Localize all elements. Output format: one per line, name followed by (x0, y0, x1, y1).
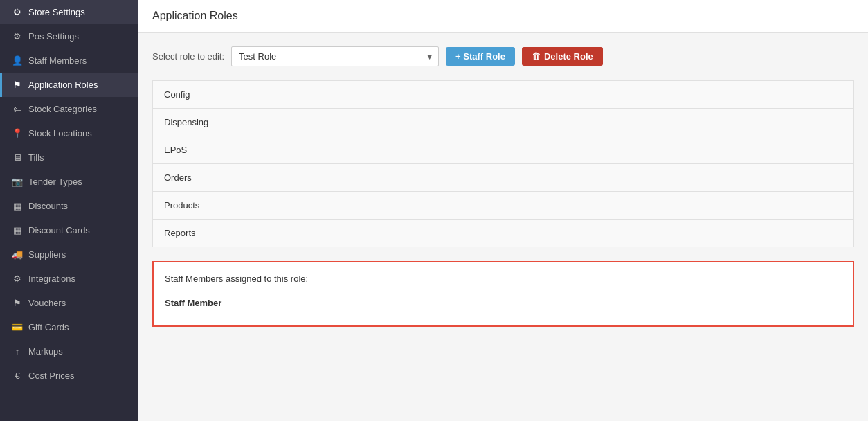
sidebar-item-vouchers[interactable]: ⚑Vouchers (0, 291, 138, 315)
section-dispensing[interactable]: Dispensing (153, 109, 853, 136)
sidebar-item-markups[interactable]: ↑Markups (0, 339, 138, 364)
sidebar: ⚙Store Settings⚙Pos Settings👤Staff Membe… (0, 0, 138, 421)
staff-members-box: Staff Members assigned to this role: Sta… (152, 261, 854, 327)
sidebar-label-discounts: Discounts (28, 201, 68, 211)
sidebar-item-stock-locations[interactable]: 📍Stock Locations (0, 121, 138, 145)
markups-icon: ↑ (12, 346, 23, 357)
section-epos[interactable]: EPoS (153, 136, 853, 164)
sidebar-item-staff-members[interactable]: 👤Staff Members (0, 48, 138, 73)
sidebar-label-pos-settings: Pos Settings (28, 31, 79, 42)
role-select[interactable]: Test RoleAdminManagerStaff (231, 46, 439, 66)
sidebar-label-discount-cards: Discount Cards (28, 225, 90, 235)
delete-role-button[interactable]: 🗑 Delete Role (522, 47, 603, 66)
role-selector-row: Select role to edit: Test RoleAdminManag… (152, 46, 854, 66)
section-orders[interactable]: Orders (153, 164, 853, 192)
sidebar-label-stock-categories: Stock Categories (28, 104, 97, 114)
discounts-icon: ▦ (12, 201, 23, 211)
role-selector-label: Select role to edit: (152, 51, 224, 62)
sidebar-item-store-settings[interactable]: ⚙Store Settings (0, 0, 138, 24)
cost-prices-icon: € (12, 370, 23, 381)
pos-settings-icon: ⚙ (12, 31, 23, 42)
staff-members-icon: 👤 (12, 55, 23, 66)
sidebar-item-suppliers[interactable]: 🚚Suppliers (0, 242, 138, 267)
page-title: Application Roles (152, 10, 854, 22)
sidebar-label-integrations: Integrations (28, 274, 75, 284)
staff-column-header: Staff Member (165, 292, 842, 314)
stock-locations-icon: 📍 (12, 128, 23, 138)
section-config[interactable]: Config (153, 81, 853, 109)
sections-wrapper: ConfigDispensingEPoSOrdersProductsReport… (152, 80, 854, 247)
staff-table: Staff Member (165, 292, 842, 314)
page-header: Application Roles (138, 0, 868, 33)
sidebar-item-pos-settings[interactable]: ⚙Pos Settings (0, 24, 138, 48)
store-settings-icon: ⚙ (12, 7, 23, 17)
delete-role-label: Delete Role (544, 51, 593, 62)
tender-types-icon: 📷 (12, 177, 23, 187)
main-content: Application Roles Select role to edit: T… (138, 0, 868, 421)
sidebar-item-tender-types[interactable]: 📷Tender Types (0, 170, 138, 194)
sidebar-label-tender-types: Tender Types (28, 177, 82, 187)
discount-cards-icon: ▦ (12, 225, 23, 235)
sidebar-label-cost-prices: Cost Prices (28, 370, 74, 381)
staff-assigned-heading: Staff Members assigned to this role: (165, 274, 842, 284)
tills-icon: 🖥 (12, 152, 23, 163)
sidebar-label-markups: Markups (28, 346, 63, 357)
sidebar-label-stock-locations: Stock Locations (28, 128, 92, 138)
sidebar-item-cost-prices[interactable]: €Cost Prices (0, 364, 138, 388)
sidebar-item-integrations[interactable]: ⚙Integrations (0, 267, 138, 291)
content-area: Select role to edit: Test RoleAdminManag… (138, 33, 868, 341)
trash-icon: 🗑 (532, 51, 541, 62)
gift-cards-icon: 💳 (12, 322, 23, 332)
sidebar-label-suppliers: Suppliers (28, 249, 66, 260)
vouchers-icon: ⚑ (12, 298, 23, 308)
staff-role-button[interactable]: + Staff Role (446, 47, 515, 66)
sidebar-label-vouchers: Vouchers (28, 298, 66, 308)
sidebar-label-application-roles: Application Roles (28, 80, 98, 90)
sidebar-item-discounts[interactable]: ▦Discounts (0, 194, 138, 218)
suppliers-icon: 🚚 (12, 249, 23, 260)
section-products[interactable]: Products (153, 192, 853, 220)
sidebar-label-gift-cards: Gift Cards (28, 322, 69, 332)
sidebar-item-tills[interactable]: 🖥Tills (0, 145, 138, 170)
sidebar-item-discount-cards[interactable]: ▦Discount Cards (0, 218, 138, 242)
stock-categories-icon: 🏷 (12, 104, 23, 114)
integrations-icon: ⚙ (12, 274, 23, 284)
sidebar-label-staff-members: Staff Members (28, 55, 87, 66)
sidebar-item-gift-cards[interactable]: 💳Gift Cards (0, 315, 138, 339)
sidebar-item-stock-categories[interactable]: 🏷Stock Categories (0, 97, 138, 121)
application-roles-icon: ⚑ (12, 80, 23, 90)
sidebar-label-tills: Tills (28, 152, 44, 163)
role-select-wrapper: Test RoleAdminManagerStaff ▼ (231, 46, 439, 66)
sidebar-item-application-roles[interactable]: ⚑Application Roles (0, 73, 138, 97)
sidebar-label-store-settings: Store Settings (28, 7, 85, 17)
section-reports[interactable]: Reports (153, 220, 853, 247)
